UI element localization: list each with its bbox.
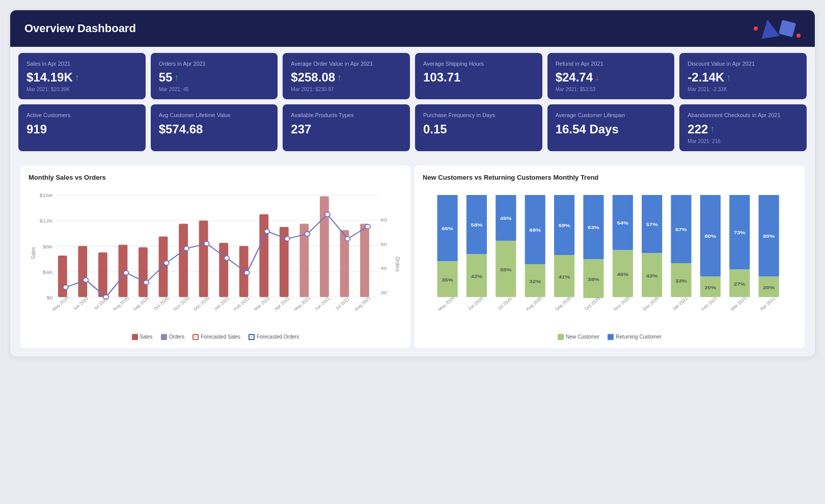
kpi-value-abandonment: 222↑ — [688, 122, 799, 136]
svg-text:20%: 20% — [763, 284, 775, 290]
arrow-up-icon: ↑ — [710, 124, 714, 134]
svg-point-31 — [83, 277, 88, 282]
svg-text:Jul 2020: Jul 2020 — [497, 296, 513, 311]
kpi-card-sales-apr: Sales in Apr 2021$14.19K↑Mar 2021: $10.3… — [18, 53, 146, 99]
kpi-label-product-types: Available Products Types — [291, 111, 402, 119]
kpi-value-avg-lifespan: 16.54 Days — [556, 122, 667, 136]
arrow-up-icon: ↑ — [337, 72, 342, 83]
svg-point-34 — [144, 280, 149, 285]
svg-point-43 — [325, 212, 330, 217]
svg-text:Dec 2020: Dec 2020 — [642, 296, 660, 312]
svg-text:80%: 80% — [763, 233, 775, 239]
svg-text:$4K: $4K — [43, 269, 53, 274]
svg-text:40: 40 — [380, 265, 387, 271]
kpi-value-product-types: 237 — [291, 122, 402, 136]
chart1-title: Monthly Sales vs Orders — [29, 174, 402, 181]
svg-text:Dec 2020: Dec 2020 — [192, 296, 210, 312]
svg-text:Aug 2021: Aug 2021 — [353, 296, 372, 312]
svg-text:55%: 55% — [500, 266, 512, 272]
kpi-value-active-customers: 919 — [26, 122, 138, 136]
svg-text:59%: 59% — [559, 222, 570, 228]
chart1-legend: SalesOrders✓Forecasted Sales✓Forecasted … — [29, 334, 402, 340]
kpi-row-2: Active Customers919Avg Customer Lifetime… — [18, 104, 807, 151]
svg-text:Sep 2020: Sep 2020 — [554, 296, 572, 312]
kpi-section: Sales in Apr 2021$14.19K↑Mar 2021: $10.3… — [10, 47, 815, 157]
svg-text:73%: 73% — [734, 230, 746, 235]
svg-point-38 — [224, 256, 229, 260]
svg-text:Oct 2020: Oct 2020 — [584, 296, 601, 311]
kpi-label-refund-apr: Refund in Apr 2021 — [556, 60, 667, 67]
svg-text:Oct 2020: Oct 2020 — [152, 296, 170, 311]
kpi-label-discount-apr: Discount Value in Apr 2021 — [688, 60, 799, 67]
svg-text:Jan 2021: Jan 2021 — [213, 296, 231, 311]
logo-shape-1 — [758, 18, 780, 39]
svg-rect-29 — [360, 223, 369, 297]
svg-text:Jun 2020: Jun 2020 — [466, 296, 484, 311]
dashboard-header: Overview Dashboard — [10, 10, 815, 47]
kpi-label-active-customers: Active Customers — [26, 111, 138, 119]
arrow-up-icon: ↑ — [726, 72, 731, 83]
svg-text:45%: 45% — [500, 215, 512, 221]
arrow-down-icon: ↓ — [595, 72, 599, 83]
svg-rect-22 — [219, 243, 228, 297]
bar-chart-area: $0$4K$8K$12K$16K30405060May 2020Jun 2020… — [29, 187, 402, 330]
kpi-label-purchase-freq: Purchase Frequency in Days — [423, 111, 534, 119]
kpi-label-sales-apr: Sales in Apr 2021 — [26, 60, 138, 67]
legend-item: Sales — [132, 334, 153, 340]
stacked-chart-area: 65%35%May 202058%42%Jun 202045%55%Jul 20… — [423, 187, 796, 330]
svg-text:33%: 33% — [675, 277, 687, 283]
svg-point-39 — [244, 270, 250, 275]
header-logo — [754, 19, 801, 38]
svg-point-37 — [204, 241, 209, 246]
svg-text:$12K: $12K — [40, 218, 53, 223]
logo-dot-1 — [754, 26, 758, 31]
svg-text:Mar 2021: Mar 2021 — [253, 296, 271, 312]
kpi-value-sales-apr: $14.19K↑ — [26, 70, 138, 85]
kpi-card-orders-apr: Orders in Apr 202155↑Mar 2021: 45 — [151, 53, 278, 99]
kpi-sub-discount-apr: Mar 2021: -2.33K — [688, 87, 799, 92]
chart2-title: New Customers vs Returning Customers Mon… — [423, 174, 796, 181]
svg-text:68%: 68% — [529, 227, 541, 233]
kpi-value-refund-apr: $24.74↓ — [556, 70, 667, 85]
svg-rect-18 — [139, 247, 148, 297]
stacked-chart-svg: 65%35%May 202058%42%Jun 202045%55%Jul 20… — [423, 187, 796, 330]
svg-point-40 — [264, 229, 269, 234]
svg-rect-24 — [259, 214, 268, 297]
svg-text:60: 60 — [380, 217, 387, 222]
svg-rect-27 — [320, 196, 329, 297]
kpi-card-purchase-freq: Purchase Frequency in Days0.15 — [415, 104, 542, 151]
monthly-sales-chart: Monthly Sales vs Orders $0$4K$8K$12K$16K… — [20, 165, 410, 348]
svg-point-36 — [184, 246, 189, 250]
svg-text:Jun 2020: Jun 2020 — [72, 296, 90, 311]
svg-point-44 — [345, 236, 350, 241]
kpi-value-discount-apr: -2.14K↑ — [688, 70, 799, 85]
svg-text:Feb 2021: Feb 2021 — [700, 296, 719, 312]
svg-text:Jul 2020: Jul 2020 — [92, 296, 109, 311]
svg-rect-14 — [58, 256, 67, 297]
kpi-row-1: Sales in Apr 2021$14.19K↑Mar 2021: $10.3… — [18, 53, 807, 99]
svg-text:30: 30 — [380, 290, 387, 295]
svg-text:$8K: $8K — [43, 243, 53, 249]
svg-text:Orders: Orders — [395, 257, 401, 272]
svg-text:Aug 2020: Aug 2020 — [112, 296, 130, 312]
svg-text:Aug 2020: Aug 2020 — [525, 296, 543, 312]
kpi-card-avg-order-value: Average Order Value in Apr 2021$258.08↑M… — [283, 53, 410, 99]
kpi-value-orders-apr: 55↑ — [159, 70, 270, 85]
svg-rect-16 — [98, 252, 107, 297]
svg-text:May 2021: May 2021 — [293, 295, 312, 312]
kpi-label-avg-lifetime: Avg Customer Lifetime Value — [159, 111, 270, 119]
legend-item: Returning Customer — [608, 334, 661, 340]
legend-item: Orders — [161, 334, 185, 340]
svg-text:Feb 2021: Feb 2021 — [233, 296, 251, 312]
arrow-up-icon: ↑ — [174, 72, 179, 83]
kpi-card-abandonment: Abandonment Checkouts in Apr 2021222↑Mar… — [679, 104, 807, 151]
kpi-card-active-customers: Active Customers919 — [18, 104, 146, 151]
arrow-up-icon: ↑ — [75, 72, 79, 83]
legend-item: ✓Forecasted Sales — [193, 334, 240, 340]
svg-text:20%: 20% — [705, 284, 717, 290]
svg-text:43%: 43% — [646, 272, 658, 278]
svg-point-41 — [285, 236, 290, 241]
kpi-value-avg-lifetime: $574.68 — [159, 122, 270, 136]
svg-text:65%: 65% — [442, 226, 453, 231]
svg-text:27%: 27% — [734, 281, 746, 286]
